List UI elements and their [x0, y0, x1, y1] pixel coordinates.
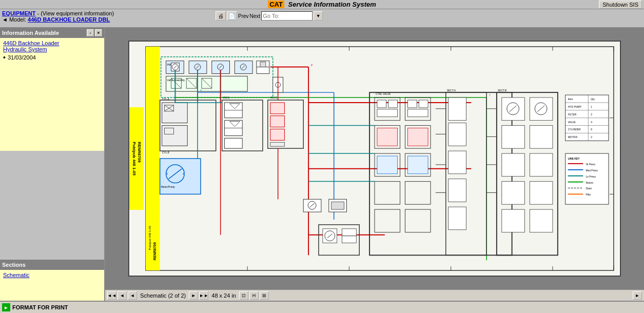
bottom-bar: ► FORMAT FOR PRINT	[0, 301, 644, 313]
grid-button[interactable]: ⊞	[260, 291, 269, 300]
info-header-buttons: - ×	[87, 29, 102, 36]
goto-dropdown[interactable]: ▼	[314, 11, 323, 21]
svg-rect-94	[419, 100, 428, 108]
svg-rect-99	[407, 128, 428, 146]
svg-rect-75	[225, 138, 243, 148]
info-available-header: Information Available - ×	[0, 28, 104, 38]
diagram-container: RENR8709 Pub/pub 448 1-05	[105, 28, 644, 289]
equipment-link[interactable]: EQUIPMENT	[2, 10, 35, 16]
svg-rect-125	[502, 182, 525, 205]
goto-box: ▼	[261, 11, 323, 21]
fit-button[interactable]: ⊡	[239, 291, 248, 300]
svg-text:2: 2	[591, 136, 592, 139]
prev-button[interactable]: Prev	[238, 13, 249, 19]
svg-text:T: T	[489, 94, 491, 97]
last-page-button[interactable]: ►►	[199, 291, 208, 300]
svg-text:VLV.2: VLV.2	[270, 96, 277, 99]
svg-text:4: 4	[591, 121, 592, 124]
spacer	[0, 151, 104, 260]
svg-text:MOTOR: MOTOR	[568, 136, 578, 139]
svg-rect-126	[530, 182, 553, 205]
format-label: FORMAT FOR PRINT	[12, 304, 68, 310]
svg-rect-103	[407, 156, 428, 174]
first-page-button[interactable]: ◄◄	[107, 291, 116, 300]
svg-rect-113	[448, 207, 466, 230]
model-link[interactable]: 446D BACKHOE LOADER DBL	[28, 16, 110, 23]
svg-text:CYL.B: CYL.B	[162, 151, 170, 154]
bookmark-icon[interactable]: 📄	[227, 11, 237, 21]
h-button[interactable]: H	[249, 291, 259, 300]
svg-rect-89	[377, 100, 386, 108]
next-button[interactable]: Next	[250, 13, 261, 19]
app-title: CAT Service Information System	[268, 1, 376, 8]
doc-title-link[interactable]: 446D Backhoe Loader Hydraulic System	[3, 40, 101, 52]
svg-rect-109	[448, 97, 466, 121]
sections-title: Sections	[2, 262, 26, 268]
diagram-frame: RENR8709 Pub/pub 448 1-05	[128, 41, 621, 277]
navigation-controls: 🖨 📄 Prev Next ▼	[216, 11, 323, 21]
svg-rect-127	[502, 209, 525, 232]
equipment-bar: EQUIPMENT - (View equipment information)…	[0, 9, 644, 28]
svg-text:Hi Press: Hi Press	[586, 163, 595, 166]
svg-text:HYD PUMP: HYD PUMP	[568, 106, 582, 108]
svg-text:Valve Assembly: Valve Assembly	[167, 79, 185, 82]
main-layout: Information Available - × 446D Backhoe L…	[0, 28, 644, 301]
bullet-icon: •	[3, 53, 6, 62]
svg-text:Drain: Drain	[586, 187, 592, 190]
svg-text:VLV.1: VLV.1	[223, 96, 230, 99]
svg-text:Return: Return	[586, 182, 593, 184]
schematic-diagram: RENR8709 Pub/pub 448 1-05 PMP	[129, 42, 620, 276]
prev-btn2[interactable]: ◄	[128, 291, 137, 300]
sections-content: Schematic	[0, 270, 104, 301]
info-content: 446D Backhoe Loader Hydraulic System • 3…	[0, 38, 104, 151]
next-btn[interactable]: ►	[189, 291, 198, 300]
yellow-label: RENR8709 Pub/pub 448 1-05	[129, 107, 144, 210]
svg-rect-61	[162, 126, 188, 146]
svg-rect-91	[377, 109, 398, 117]
svg-rect-84	[270, 116, 285, 127]
svg-text:CYL.A: CYL.A	[162, 98, 170, 101]
equipment-info: EQUIPMENT - (View equipment information)…	[2, 10, 114, 23]
svg-rect-166	[331, 202, 344, 209]
svg-text:2: 2	[591, 113, 592, 116]
prev-page-button[interactable]: ◄	[118, 291, 127, 300]
schematic-link[interactable]: Schematic	[3, 272, 29, 278]
svg-text:1: 1	[591, 106, 592, 108]
svg-rect-118	[530, 97, 553, 121]
goto-input[interactable]	[261, 11, 313, 21]
minimize-button[interactable]: -	[87, 29, 94, 36]
svg-text:Item: Item	[568, 98, 573, 101]
diagram-toolbar: ◄◄ ◄ ◄ Schematic (2 of 2) ► ►► 48 x 24 i…	[105, 289, 644, 301]
content-area: RENR8709 Pub/pub 448 1-05	[105, 28, 644, 301]
svg-rect-111	[448, 151, 466, 174]
svg-text:Qty: Qty	[591, 98, 595, 101]
cat-logo: CAT	[268, 1, 284, 8]
svg-rect-121	[502, 126, 525, 149]
top-bar: CAT Service Information System Shutdown …	[0, 0, 644, 9]
svg-text:Pub/pub 448 1-05: Pub/pub 448 1-05	[148, 226, 151, 250]
svg-text:SECT.B: SECT.B	[498, 89, 507, 92]
svg-rect-124	[530, 153, 553, 177]
equipment-model: ◄ Model: 446D BACKHOE LOADER DBL	[2, 16, 114, 23]
scroll-right[interactable]: ►	[633, 291, 642, 300]
svg-text:6: 6	[591, 128, 592, 131]
svg-rect-85	[270, 129, 285, 141]
svg-text:Pilot: Pilot	[586, 193, 591, 196]
svg-rect-110	[448, 123, 466, 146]
svg-text:Motor/Pump: Motor/Pump	[161, 186, 175, 188]
close-button[interactable]: ×	[95, 29, 102, 36]
svg-rect-122	[530, 126, 553, 149]
svg-rect-86	[270, 142, 285, 146]
svg-rect-93	[407, 100, 417, 108]
svg-rect-83	[270, 103, 285, 114]
svg-rect-148	[565, 153, 609, 204]
svg-rect-95	[407, 109, 428, 117]
format-arrow-button[interactable]: ►	[2, 303, 10, 311]
svg-text:VALVE: VALVE	[568, 121, 576, 124]
shutdown-button[interactable]: Shutdown SIS	[599, 1, 642, 9]
svg-text:Med Press: Med Press	[586, 169, 598, 172]
print-icon[interactable]: 🖨	[216, 11, 226, 21]
svg-rect-90	[388, 100, 398, 108]
svg-rect-128	[530, 209, 553, 232]
svg-rect-60	[162, 103, 188, 123]
